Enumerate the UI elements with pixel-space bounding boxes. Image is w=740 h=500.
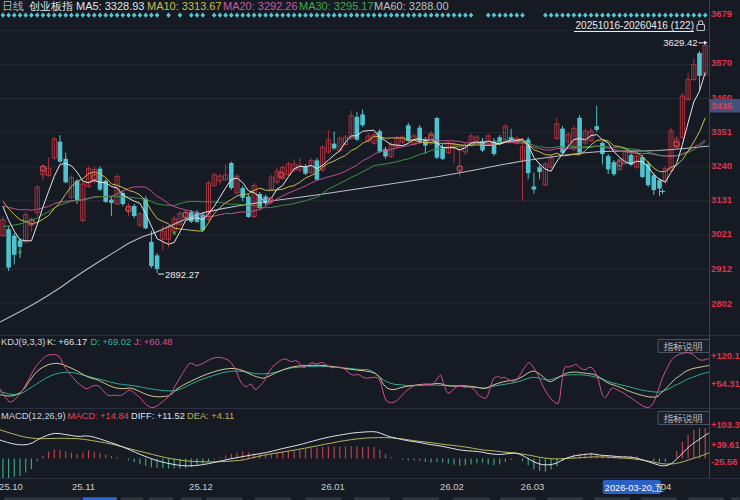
svg-text:26.03: 26.03: [521, 481, 545, 492]
svg-text:26.01: 26.01: [321, 481, 345, 492]
svg-text:J: +60.48: J: +60.48: [134, 337, 173, 347]
svg-text:3679: 3679: [711, 8, 732, 19]
svg-text:25.12: 25.12: [189, 481, 213, 492]
svg-text:指标说明: 指标说明: [664, 413, 703, 424]
svg-text:-25.56: -25.56: [711, 457, 737, 467]
svg-text:指标说明: 指标说明: [664, 341, 703, 352]
svg-text:3435: 3435: [711, 100, 733, 111]
svg-text:25.10: 25.10: [0, 481, 23, 492]
svg-text:2026-03-20,五: 2026-03-20,五: [605, 483, 664, 493]
svg-text:3131: 3131: [711, 194, 733, 205]
svg-text:+103.3: +103.3: [711, 420, 740, 430]
svg-text:+54.31: +54.31: [711, 379, 740, 389]
svg-text:MACD: +14.84: MACD: +14.84: [68, 411, 129, 421]
svg-text:3021: 3021: [711, 228, 733, 239]
svg-text:MA10: 3313.67: MA10: 3313.67: [147, 0, 222, 12]
svg-text:DIFF: +11.52: DIFF: +11.52: [131, 411, 185, 421]
svg-text:3570: 3570: [711, 57, 732, 68]
svg-text:日线: 日线: [2, 0, 24, 12]
svg-text:MA5: 3328.93: MA5: 3328.93: [76, 0, 145, 12]
svg-text:3351: 3351: [711, 126, 733, 137]
svg-text:D: +69.02: D: +69.02: [91, 337, 132, 347]
svg-text:KDJ(9,3,3): KDJ(9,3,3): [1, 337, 45, 347]
svg-text:K: +66.17: K: +66.17: [47, 337, 87, 347]
svg-text:26.02: 26.02: [440, 481, 464, 492]
svg-text:3240: 3240: [711, 160, 732, 171]
svg-text:3629.42: 3629.42: [663, 37, 697, 48]
svg-text:20251016-20260416 (122): 20251016-20260416 (122): [576, 20, 694, 31]
svg-text:MA20: 3292.26: MA20: 3292.26: [223, 0, 298, 12]
svg-text:25.11: 25.11: [72, 481, 95, 492]
svg-text:MA30: 3295.17: MA30: 3295.17: [299, 0, 374, 12]
svg-text:MACD(12,26,9): MACD(12,26,9): [1, 411, 66, 421]
svg-text:DEA: +4.11: DEA: +4.11: [187, 411, 234, 421]
svg-text:2912: 2912: [711, 263, 732, 274]
svg-text:+120.1: +120.1: [711, 351, 740, 361]
svg-text:2802: 2802: [711, 298, 732, 309]
svg-text:+39.61: +39.61: [711, 440, 740, 450]
svg-text:2892.27: 2892.27: [165, 269, 199, 280]
svg-text:MA60: 3288.00: MA60: 3288.00: [374, 0, 449, 12]
svg-text:创业板指: 创业板指: [29, 0, 73, 12]
